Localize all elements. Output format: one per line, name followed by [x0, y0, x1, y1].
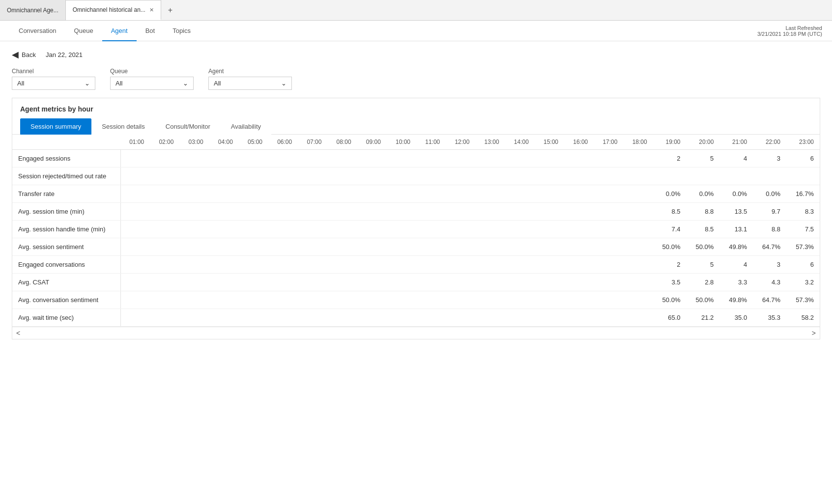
- cell-4-7: [327, 221, 357, 238]
- sub-tab-session-details[interactable]: Session details: [91, 118, 155, 135]
- add-tab-button[interactable]: +: [161, 0, 179, 20]
- col-header-04: 04:00: [209, 135, 239, 150]
- nav-tab-agent[interactable]: Agent: [102, 21, 137, 41]
- cell-3-15: [564, 203, 594, 221]
- cell-6-19: 5: [686, 256, 719, 274]
- channel-filter-select[interactable]: All ⌄: [12, 77, 95, 90]
- tab-2-close[interactable]: ✕: [149, 7, 154, 13]
- cell-7-17: [623, 274, 653, 291]
- cell-7-10: [416, 274, 446, 291]
- cell-4-8: [357, 221, 387, 238]
- cell-0-14: [535, 150, 564, 168]
- sub-tab-availability[interactable]: Availability: [221, 118, 271, 135]
- cell-1-16: [594, 168, 623, 185]
- cell-3-8: [357, 203, 387, 221]
- cell-9-15: [564, 309, 594, 327]
- cell-8-16: [594, 291, 623, 309]
- col-header-20: 20:00: [686, 135, 719, 150]
- cell-1-9: [387, 168, 416, 185]
- cell-4-22: 7.5: [786, 221, 820, 238]
- cell-9-19: 21.2: [686, 309, 719, 327]
- cell-6-21: 3: [753, 256, 786, 274]
- nav-tab-bot[interactable]: Bot: [137, 21, 164, 41]
- cell-0-13: [505, 150, 535, 168]
- cell-2-11: [446, 185, 475, 203]
- back-button[interactable]: ◀ Back: [12, 49, 36, 60]
- cell-8-22: 57.3%: [786, 291, 820, 309]
- cell-3-1: [150, 203, 179, 221]
- cell-5-3: [209, 238, 239, 256]
- scroll-right-arrow[interactable]: >: [812, 329, 816, 337]
- cell-4-19: 8.5: [686, 221, 719, 238]
- col-header-12: 12:00: [446, 135, 475, 150]
- cell-0-11: [446, 150, 475, 168]
- table-row: Engaged sessions25436: [12, 150, 820, 168]
- cell-1-10: [416, 168, 446, 185]
- cell-0-21: 3: [753, 150, 786, 168]
- nav-tab-topics[interactable]: Topics: [164, 21, 200, 41]
- agent-filter-select[interactable]: All ⌄: [208, 77, 292, 90]
- cell-7-11: [446, 274, 475, 291]
- cell-4-3: [209, 221, 239, 238]
- cell-1-11: [446, 168, 475, 185]
- tab-2[interactable]: Omnichannel historical an... ✕: [66, 0, 161, 20]
- queue-filter-select[interactable]: All ⌄: [110, 77, 194, 90]
- cell-6-2: [179, 256, 209, 274]
- cell-2-10: [416, 185, 446, 203]
- cell-8-17: [623, 291, 653, 309]
- tab-1[interactable]: Omnichannel Age...: [0, 0, 66, 20]
- sub-tabs: Session summary Session details Consult/…: [12, 113, 820, 135]
- cell-4-20: 13.1: [719, 221, 753, 238]
- cell-6-22: 6: [786, 256, 820, 274]
- col-header-16: 16:00: [564, 135, 594, 150]
- nav-tab-queue[interactable]: Queue: [65, 21, 102, 41]
- cell-3-7: [327, 203, 357, 221]
- sub-tab-session-summary[interactable]: Session summary: [20, 118, 91, 135]
- cell-6-10: [416, 256, 446, 274]
- cell-2-15: [564, 185, 594, 203]
- cell-1-18: [653, 168, 687, 185]
- cell-5-4: [239, 238, 268, 256]
- cell-6-6: [298, 256, 327, 274]
- channel-filter-chevron: ⌄: [85, 80, 90, 87]
- cell-2-0: [120, 185, 150, 203]
- cell-3-3: [209, 203, 239, 221]
- cell-0-22: 6: [786, 150, 820, 168]
- col-header-09: 09:00: [357, 135, 387, 150]
- cell-1-14: [535, 168, 564, 185]
- col-header-03: 03:00: [179, 135, 209, 150]
- col-header-11: 11:00: [416, 135, 446, 150]
- cell-1-12: [475, 168, 505, 185]
- col-header-19: 19:00: [653, 135, 687, 150]
- cell-0-15: [564, 150, 594, 168]
- col-header-23: 23:00: [786, 135, 820, 150]
- cell-4-12: [475, 221, 505, 238]
- table-row: Avg. CSAT3.52.83.34.33.2: [12, 274, 820, 291]
- scroll-left-arrow[interactable]: <: [16, 329, 20, 337]
- nav-tab-conversation[interactable]: Conversation: [10, 21, 65, 41]
- cell-3-0: [120, 203, 150, 221]
- col-header-07: 07:00: [298, 135, 327, 150]
- cell-2-14: [535, 185, 564, 203]
- cell-2-1: [150, 185, 179, 203]
- date-label: Jan 22, 2021: [46, 51, 83, 58]
- cell-5-1: [150, 238, 179, 256]
- table-row: Avg. session handle time (min)7.48.513.1…: [12, 221, 820, 238]
- cell-5-20: 49.8%: [719, 238, 753, 256]
- cell-1-19: [686, 168, 719, 185]
- agent-filter-chevron: ⌄: [281, 80, 287, 87]
- cell-5-13: [505, 238, 535, 256]
- cell-7-12: [475, 274, 505, 291]
- cell-2-17: [623, 185, 653, 203]
- cell-0-1: [150, 150, 179, 168]
- cell-5-15: [564, 238, 594, 256]
- col-header-02: 02:00: [150, 135, 179, 150]
- cell-3-22: 8.3: [786, 203, 820, 221]
- cell-0-0: [120, 150, 150, 168]
- cell-9-11: [446, 309, 475, 327]
- cell-9-9: [387, 309, 416, 327]
- sub-tab-consult-monitor[interactable]: Consult/Monitor: [155, 118, 221, 135]
- back-label: Back: [22, 51, 36, 58]
- cell-6-1: [150, 256, 179, 274]
- cell-2-18: 0.0%: [653, 185, 687, 203]
